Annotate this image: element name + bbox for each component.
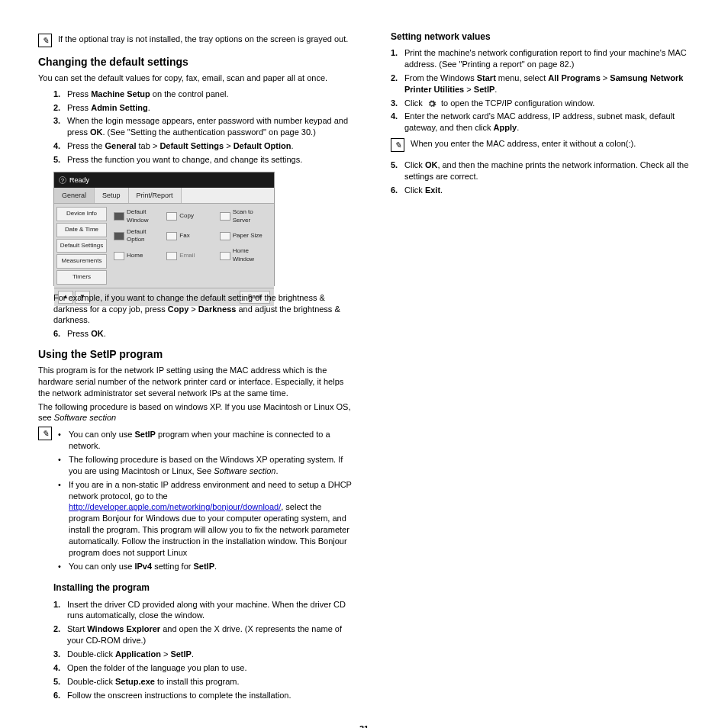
note-setip: ✎ You can only use SetIP program when yo… [38,427,353,574]
left-column: ✎ If the optional tray is not installed,… [38,31,353,705]
note-icon: ✎ [391,138,404,152]
steps-network: 1.Print the machine's network configurat… [391,47,690,134]
device-screenshot: ?Ready General Setup Print/Report Device… [53,172,275,286]
heading-network-values: Setting network values [391,31,690,43]
ss-side-device[interactable]: Device Info [56,207,107,221]
gear-icon [427,99,437,108]
page-number: 31 [38,723,690,728]
paragraph: The following procedure is based on wind… [38,401,353,424]
paragraph: You can set the default values for copy,… [38,72,353,84]
note-setip-list: You can only use SetIP program when your… [58,429,353,572]
heading-changing-defaults: Changing the default settings [38,55,353,69]
steps-changing: 1.Press Machine Setup on the control pan… [53,89,353,166]
note-text: When you enter the MAC address, enter it… [411,138,690,150]
note-icon: ✎ [38,427,52,440]
ss-side-timers[interactable]: Timers [56,270,107,285]
bonjour-link[interactable]: http://developer.apple.com/networking/bo… [69,502,281,511]
example-paragraph: For example, if you want to change the d… [53,292,353,327]
note-text: If the optional tray is not installed, t… [58,34,353,45]
ss-tab-setup[interactable]: Setup [95,188,129,203]
heading-setip: Using the SetIP program [38,347,353,362]
paragraph: This program is for the network IP setti… [38,365,353,399]
note-optional-tray: ✎ If the optional tray is not installed,… [38,34,353,47]
note-icon: ✎ [38,34,52,47]
ss-side-default[interactable]: Default Settings [56,239,107,253]
steps-network-cont: 5.Click OK, and then the machine prints … [391,159,690,196]
ss-tab-print[interactable]: Print/Report [129,188,182,203]
ss-side-datetime[interactable]: Date & Time [56,223,107,237]
heading-installing: Installing the program [53,581,353,594]
note-mac: ✎ When you enter the MAC address, enter … [391,138,690,152]
steps-installing: 1.Insert the driver CD provided along wi… [53,599,353,701]
step6-changing: 6.Press OK. [53,328,353,340]
right-column: Setting network values 1.Print the machi… [375,31,690,705]
ss-tab-general[interactable]: General [54,188,95,203]
ss-side-measure[interactable]: Measurements [56,254,107,269]
ss-status: ?Ready [54,172,274,188]
